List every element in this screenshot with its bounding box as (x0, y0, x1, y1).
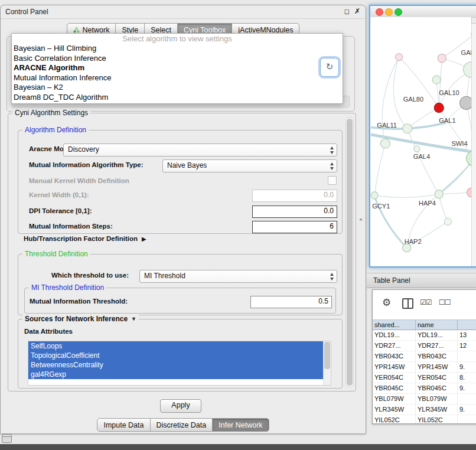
attribute-item[interactable]: TopologicalCoefficient (28, 351, 324, 360)
network-window-titlebar[interactable] (370, 6, 476, 18)
network-node[interactable] (396, 54, 403, 61)
algorithm-option[interactable]: ARACNE Algorithm (12, 63, 343, 73)
sources-title[interactable]: Sources for Network Inference ▼ (22, 315, 139, 323)
table-row[interactable]: YLR345WYLR345W9. (373, 405, 476, 415)
column-header[interactable] (458, 319, 476, 330)
table-cell: 9. (458, 362, 476, 372)
deselect-all-icon[interactable]: ☐☐ (439, 298, 451, 306)
scrollbar-arrow-box[interactable] (471, 17, 476, 24)
table-row[interactable]: YBL079WYBL079W (373, 394, 476, 405)
which-threshold-select[interactable]: MI Threshold (139, 270, 337, 283)
collapse-arrow-icon[interactable]: ▼ (131, 316, 136, 322)
network-scrollbar[interactable] (471, 17, 476, 266)
table-cell: YLR345W (373, 405, 416, 415)
network-node[interactable] (432, 76, 441, 84)
tab-infer-network[interactable]: Infer Network (212, 418, 269, 432)
table-body: YDL19...YDL19...13YDR27...YDR27...12YBR0… (373, 330, 476, 423)
mi-threshold-input[interactable]: 0.5 (250, 296, 332, 308)
sources-group: Sources for Network Inference ▼ Data Att… (18, 319, 343, 389)
table-row[interactable]: YPR145WYPR145W9. (373, 362, 476, 373)
table-row[interactable]: YIL052CYIL052C (373, 415, 476, 424)
network-node[interactable] (403, 124, 412, 133)
combo-stepper-icon (329, 146, 335, 154)
gear-icon[interactable]: ⚙ (382, 296, 391, 309)
network-node[interactable] (380, 139, 390, 148)
network-tab-icon (73, 27, 80, 33)
scrollbar-thumb[interactable] (324, 342, 330, 369)
settings-scrollbar[interactable] (345, 117, 354, 387)
kernel-width-label: Kernel Width (0,1): (29, 191, 89, 198)
panel-divider-collapse-icon[interactable]: ◂ (359, 216, 362, 222)
select-all-icon[interactable]: ☑☑ (420, 298, 432, 306)
window-close-button[interactable] (376, 8, 383, 16)
column-header[interactable]: shared... (373, 319, 416, 330)
node-label: GCY1 (372, 203, 390, 210)
table-cell: YBR045C (373, 383, 416, 393)
attribute-item[interactable]: gal4RGexp (28, 370, 324, 379)
network-canvas[interactable]: GALGAL80GAL10GAL11GAL1SWI4GAL4GCY1HAP4YH… (370, 17, 476, 266)
close-icon[interactable]: ✗ (354, 7, 360, 15)
aracne-mode-select[interactable]: Discovery (63, 144, 337, 156)
attribute-item[interactable]: SelfLoops (28, 341, 324, 351)
combo-stepper-icon (329, 273, 335, 281)
tab-discretize-data[interactable]: Discretize Data (150, 418, 213, 432)
table-cell: 8. (458, 373, 476, 383)
window-minimize-button[interactable] (385, 8, 393, 16)
table-row[interactable]: YDR27...YDR27...12 (373, 341, 476, 351)
node-table-window: ⚙ ☑☑ ☐☐ shared...name YDL19...YDL19...13… (372, 289, 476, 424)
mi-steps-label: Mutual Information Steps: (29, 223, 113, 230)
table-cell: YPR145W (373, 362, 416, 372)
network-view-window: GALGAL80GAL10GAL11GAL1SWI4GAL4GCY1HAP4YH… (369, 5, 476, 268)
kernel-width-input[interactable]: 0.0 (252, 190, 337, 202)
table-row[interactable]: YER054CYER054C8. (373, 373, 476, 383)
algorithm-option[interactable]: Mutual Information Inference (12, 73, 343, 83)
table-cell: YBR043C (416, 351, 458, 361)
table-row[interactable]: YBR043CYBR043C (373, 351, 476, 362)
table-cell (458, 351, 476, 361)
attribute-item[interactable]: BetweennessCentrality (28, 360, 324, 370)
manual-kernel-width-checkbox[interactable] (328, 176, 337, 185)
table-row[interactable]: YBR045CYBR045C9. (373, 383, 476, 394)
network-node[interactable] (435, 190, 443, 198)
tab-impute-data[interactable]: Impute Data (97, 418, 150, 432)
hub-section-label: Hub/Transcription Factor Definition (24, 235, 138, 242)
columns-icon[interactable] (402, 298, 413, 309)
data-attributes-list[interactable]: SelfLoopsTopologicalCoefficientBetweenne… (28, 341, 331, 386)
window-zoom-button[interactable] (395, 8, 402, 16)
mi-threshold-definition-title: MI Threshold Definition (29, 283, 106, 292)
network-node[interactable] (414, 146, 420, 152)
algorithm-option[interactable]: Basic Correlation Inference (12, 54, 343, 64)
algorithm-option[interactable]: Bayesian – K2 (12, 83, 343, 93)
algorithm-option[interactable]: Dream8 DC_TDC Algorithm (12, 93, 343, 103)
float-window-icon[interactable]: ◻ (344, 8, 350, 15)
apply-button[interactable]: Apply (160, 399, 201, 413)
network-edge (374, 194, 439, 198)
table-cell: YDL19... (373, 330, 416, 340)
scrollbar-thumb[interactable] (347, 119, 353, 386)
dpi-tolerance-input[interactable]: 0.0 (252, 206, 337, 218)
attributes-scrollbar[interactable] (323, 341, 331, 385)
panel-dock-icon[interactable] (2, 434, 12, 443)
table-cell: YER054C (373, 373, 416, 383)
network-node[interactable] (371, 192, 378, 199)
network-node[interactable] (434, 103, 444, 112)
expand-arrow-icon[interactable]: ▶ (142, 236, 146, 242)
settings-group-title: Cyni Algorithm Settings (12, 109, 90, 117)
control-panel-title: Control Panel (5, 5, 48, 18)
node-label: HAP4 (419, 200, 436, 207)
control-panel-titlebar: Control Panel ◻ ✗ (1, 5, 366, 19)
hub-transcription-factor-section[interactable]: Hub/Transcription Factor Definition ▶ (24, 235, 146, 242)
network-node[interactable] (438, 54, 446, 63)
network-edge (393, 57, 407, 129)
network-node[interactable] (444, 218, 451, 225)
refresh-button[interactable]: ↻ (320, 58, 339, 77)
mi-algorithm-type-select[interactable]: Naive Bayes (162, 159, 337, 172)
table-row[interactable]: YDL19...YDL19...13 (373, 330, 476, 341)
algorithm-option[interactable]: Bayesian – Hill Climbing (12, 44, 343, 54)
network-node[interactable] (403, 244, 411, 252)
table-cell: YDR27... (416, 341, 458, 351)
table-cell: 12 (458, 341, 476, 351)
column-header[interactable]: name (416, 319, 458, 330)
node-label: GAL11 (377, 122, 397, 129)
mi-steps-input[interactable]: 6 (252, 221, 337, 233)
